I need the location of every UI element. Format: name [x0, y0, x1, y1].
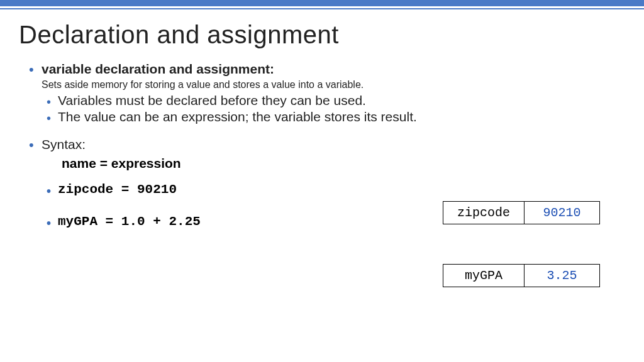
- syntax-bullet: Syntax:: [25, 137, 619, 152]
- slide-title: Declaration and assignment: [0, 9, 644, 62]
- var-name-cell: zipcode: [443, 201, 525, 224]
- header-bar-thick: [0, 0, 644, 6]
- variable-box-zipcode: zipcode 90210: [443, 201, 600, 224]
- syntax-expression: name = expression: [25, 156, 619, 171]
- bullet-main-text: variable declaration and assignment: [42, 62, 270, 76]
- code-example-1: zipcode = 90210: [25, 182, 619, 197]
- variable-box-mygpa: myGPA 3.25: [443, 264, 600, 287]
- bullet-main: variable declaration and assignment:: [25, 62, 619, 77]
- sub-bullet-2: The value can be an expression; the vari…: [25, 109, 619, 124]
- sub-bullet-1: Variables must be declared before they c…: [25, 93, 619, 108]
- var-value-cell: 90210: [525, 201, 600, 224]
- var-value-cell: 3.25: [525, 264, 600, 287]
- var-name-cell: myGPA: [443, 264, 525, 287]
- description-text: Sets aside memory for storing a value an…: [25, 79, 619, 90]
